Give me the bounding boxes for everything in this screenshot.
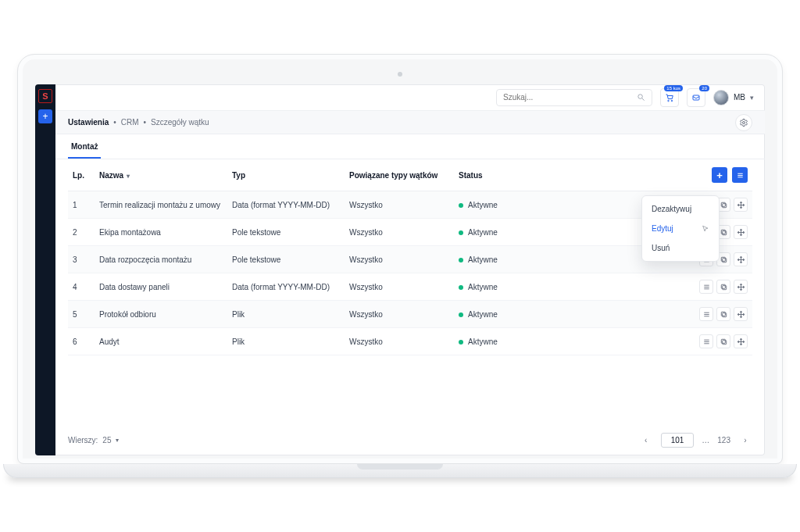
svg-line-1 bbox=[642, 98, 645, 101]
cell-typ: Pole tekstowe bbox=[227, 246, 345, 273]
row-menu-button[interactable] bbox=[699, 307, 713, 321]
status-dot-icon bbox=[459, 340, 463, 345]
search-input[interactable] bbox=[503, 93, 637, 102]
status-dot-icon bbox=[459, 258, 463, 262]
svg-point-5 bbox=[743, 121, 745, 123]
chevron-down-icon: ▾ bbox=[750, 94, 754, 102]
row-drag-handle[interactable] bbox=[734, 198, 748, 212]
svg-point-0 bbox=[638, 95, 643, 99]
breadcrumb-leaf[interactable]: Szczegóły wątku bbox=[151, 118, 209, 127]
ctx-edit[interactable]: Edytuj bbox=[642, 219, 719, 238]
svg-rect-40 bbox=[722, 312, 726, 316]
laptop-mockup: S + 15 kos bbox=[17, 54, 783, 478]
svg-rect-48 bbox=[721, 339, 725, 343]
list-view-button[interactable] bbox=[732, 167, 748, 183]
tab-montaz[interactable]: Montaż bbox=[68, 134, 101, 159]
cell-lp: 2 bbox=[68, 219, 95, 246]
svg-rect-12 bbox=[722, 203, 726, 207]
row-drag-handle[interactable] bbox=[734, 225, 748, 239]
row-menu-button[interactable] bbox=[699, 334, 713, 348]
cell-status: Aktywne bbox=[454, 273, 548, 301]
laptop-notch bbox=[357, 464, 443, 470]
global-search[interactable] bbox=[496, 89, 652, 106]
svg-point-2 bbox=[668, 100, 670, 102]
pager-current[interactable]: 101 bbox=[661, 433, 695, 448]
cell-pow: Wszystko bbox=[345, 301, 454, 328]
rows-per-page[interactable]: Wierszy: 25 ▾ bbox=[68, 436, 119, 445]
search-icon bbox=[637, 93, 645, 102]
status-dot-icon bbox=[459, 230, 463, 235]
svg-rect-41 bbox=[721, 312, 725, 316]
app-logo[interactable]: S bbox=[38, 89, 52, 103]
cell-lp: 6 bbox=[68, 328, 95, 355]
row-copy-button[interactable] bbox=[716, 307, 730, 321]
breadcrumb-root[interactable]: Ustawienia bbox=[68, 118, 109, 127]
cell-typ: Data (format YYYY-MM-DD) bbox=[227, 191, 345, 219]
row-copy-button[interactable] bbox=[716, 280, 730, 294]
status-dot-icon bbox=[459, 285, 463, 290]
cell-lp: 3 bbox=[68, 246, 95, 273]
add-field-button[interactable]: + bbox=[712, 167, 727, 183]
settings-gear-button[interactable] bbox=[735, 114, 752, 131]
svg-rect-27 bbox=[721, 257, 725, 261]
row-context-menu: Dezaktywuj Edytuj Usuń bbox=[641, 195, 720, 262]
row-drag-handle[interactable] bbox=[734, 334, 748, 348]
cart-badge: 15 kos bbox=[664, 85, 683, 91]
cell-pow: Wszystko bbox=[345, 246, 454, 273]
ctx-delete[interactable]: Usuń bbox=[642, 238, 719, 258]
table-row: 5Protokół odbioruPlikWszystkoAktywne bbox=[68, 301, 752, 328]
chevron-down-icon: ▾ bbox=[116, 437, 119, 444]
app-root: S + 15 kos bbox=[35, 84, 765, 455]
pager-prev[interactable]: ‹ bbox=[639, 436, 653, 445]
col-stat[interactable]: Status bbox=[454, 159, 548, 191]
row-drag-handle[interactable] bbox=[734, 280, 748, 294]
topbar: 15 kos 20 MB ▾ bbox=[55, 84, 765, 111]
cell-typ: Plik bbox=[227, 328, 345, 355]
laptop-camera bbox=[398, 72, 402, 77]
col-typ[interactable]: Typ bbox=[227, 159, 345, 191]
svg-rect-26 bbox=[722, 258, 726, 262]
cell-lp: 1 bbox=[68, 191, 95, 219]
user-menu[interactable]: MB ▾ bbox=[713, 90, 754, 105]
laptop-base bbox=[3, 464, 797, 478]
inbox-button[interactable]: 20 bbox=[687, 88, 705, 107]
status-dot-icon bbox=[459, 312, 463, 317]
svg-rect-19 bbox=[722, 230, 726, 234]
status-dot-icon bbox=[459, 203, 463, 208]
cart-button[interactable]: 15 kos bbox=[660, 88, 679, 107]
pagination: ‹ 101 … 123 › bbox=[639, 433, 752, 448]
cell-pow: Wszystko bbox=[345, 328, 454, 355]
tab-bar: Montaż bbox=[55, 134, 765, 159]
main-area: 15 kos 20 MB ▾ bbox=[55, 84, 765, 455]
row-menu-button[interactable] bbox=[699, 280, 713, 294]
cell-status: Aktywne bbox=[454, 191, 548, 219]
col-lp[interactable]: Lp. bbox=[68, 159, 95, 191]
pager-next[interactable]: › bbox=[738, 436, 752, 445]
row-copy-button[interactable] bbox=[716, 334, 730, 348]
rail-add-button[interactable]: + bbox=[38, 109, 52, 123]
avatar bbox=[713, 90, 729, 105]
row-drag-handle[interactable] bbox=[734, 252, 748, 266]
cell-typ: Pole tekstowe bbox=[227, 219, 345, 246]
col-pow[interactable]: Powiązane typy wątków bbox=[345, 159, 454, 191]
ctx-deactivate[interactable]: Dezaktywuj bbox=[642, 199, 719, 219]
svg-rect-20 bbox=[721, 230, 725, 234]
col-name[interactable]: Nazwa▾ bbox=[95, 159, 227, 191]
table-row: 4Data dostawy paneliData (format YYYY-MM… bbox=[68, 273, 752, 301]
breadcrumb: Ustawienia • CRM • Szczegóły wątku bbox=[68, 118, 209, 127]
breadcrumb-mid[interactable]: CRM bbox=[121, 118, 139, 127]
cell-pow: Wszystko bbox=[345, 191, 454, 219]
cell-name: Ekipa montażowa bbox=[95, 219, 227, 246]
pager-ellipsis: … bbox=[702, 436, 709, 445]
pager-last[interactable]: 123 bbox=[717, 436, 730, 445]
cell-name: Data dostawy paneli bbox=[95, 273, 227, 301]
user-initials: MB bbox=[734, 93, 745, 102]
breadcrumb-bar: Ustawienia • CRM • Szczegóły wątku bbox=[55, 111, 765, 134]
svg-rect-33 bbox=[722, 285, 726, 289]
cell-name: Termin realizacji montażu z umowy bbox=[95, 191, 227, 219]
cell-pow: Wszystko bbox=[345, 273, 454, 301]
svg-rect-4 bbox=[693, 95, 699, 100]
row-drag-handle[interactable] bbox=[734, 307, 748, 321]
svg-rect-13 bbox=[721, 202, 725, 206]
cell-status: Aktywne bbox=[454, 219, 548, 246]
